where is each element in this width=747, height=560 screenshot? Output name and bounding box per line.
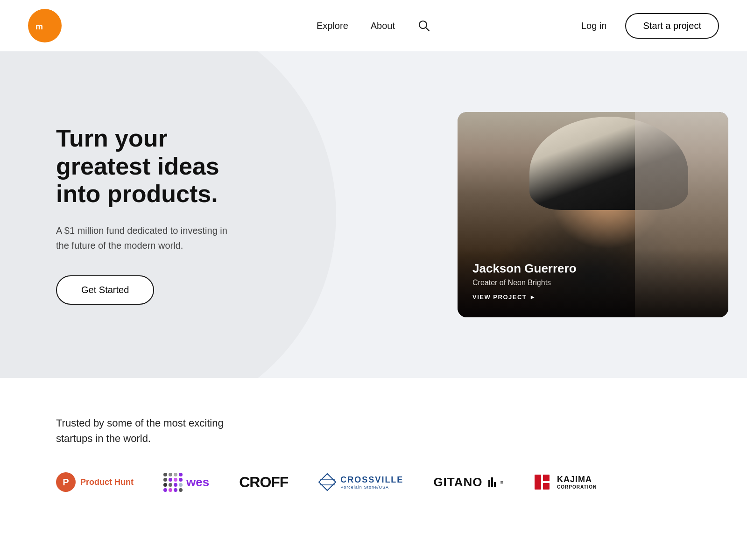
hero-section: Turn your greatest ideas into products. …: [0, 51, 747, 378]
wes-dots-icon: [163, 473, 183, 492]
logo-croff[interactable]: CROFF: [239, 474, 288, 491]
trusted-section: Trusted by some of the most exciting sta…: [0, 378, 747, 529]
gitano-label: GITANO: [433, 475, 482, 490]
logo-wes[interactable]: wes: [163, 473, 209, 492]
gitano-suffix: ≡: [500, 479, 504, 485]
crossville-tagline: Porcelain Stone/USA: [340, 485, 403, 490]
svg-rect-8: [543, 483, 550, 490]
search-icon[interactable]: [417, 19, 430, 32]
header: m Explore About Log in Start a project: [0, 0, 747, 51]
view-project-link[interactable]: VIEW PROJECT ►: [472, 294, 713, 301]
trusted-text: Trusted by some of the most exciting sta…: [56, 415, 233, 446]
ph-icon: P: [56, 472, 76, 492]
start-project-button[interactable]: Start a project: [625, 13, 719, 39]
kajima-icon: [534, 474, 552, 490]
main-nav: Explore About: [317, 19, 430, 32]
logo-crossville[interactable]: CROSSVILLE Porcelain Stone/USA: [318, 473, 403, 491]
login-link[interactable]: Log in: [581, 21, 607, 31]
kajima-name: KAJIMA: [557, 475, 597, 484]
project-person-role: Creater of Neon Brights: [472, 279, 713, 287]
hero-content: Turn your greatest ideas into products. …: [0, 87, 280, 342]
crossville-text: CROSSVILLE Porcelain Stone/USA: [340, 475, 403, 490]
project-person-name: Jackson Guerrero: [472, 261, 713, 276]
hero-title: Turn your greatest ideas into products.: [56, 125, 243, 208]
svg-text:m: m: [35, 22, 43, 31]
nav-explore[interactable]: Explore: [317, 21, 348, 31]
logo-product-hunt[interactable]: P Product Hunt: [56, 472, 134, 492]
svg-rect-6: [535, 475, 541, 490]
svg-rect-7: [543, 475, 550, 481]
hero-image-area: Jackson Guerrero Creater of Neon Brights…: [280, 112, 747, 317]
croff-label: CROFF: [239, 474, 288, 491]
partner-logos: P Product Hunt: [56, 472, 691, 492]
arrow-icon: ►: [529, 294, 536, 301]
get-started-button[interactable]: Get Started: [56, 275, 154, 305]
card-overlay: Jackson Guerrero Creater of Neon Brights…: [458, 248, 728, 317]
logo-gitano[interactable]: GITANO ≡: [433, 475, 504, 490]
featured-project-card[interactable]: Jackson Guerrero Creater of Neon Brights…: [458, 112, 728, 317]
header-actions: Log in Start a project: [581, 13, 719, 39]
logo-kajima[interactable]: KAJIMA CORPORATION: [534, 474, 597, 490]
crossville-icon: [318, 473, 337, 491]
svg-marker-3: [319, 474, 336, 490]
kajima-corp: CORPORATION: [557, 484, 597, 490]
ph-label: Product Hunt: [80, 477, 134, 487]
gitano-bars-icon: [488, 477, 496, 487]
svg-line-2: [426, 28, 429, 31]
crossville-name: CROSSVILLE: [340, 475, 403, 485]
wes-label: wes: [186, 475, 209, 490]
nav-about[interactable]: About: [371, 21, 395, 31]
hero-subtitle: A $1 million fund dedicated to investing…: [56, 223, 243, 253]
logo[interactable]: m: [28, 9, 62, 42]
logo-icon: m: [35, 19, 55, 32]
view-project-label: VIEW PROJECT: [472, 294, 527, 301]
kajima-text: KAJIMA CORPORATION: [557, 475, 597, 490]
